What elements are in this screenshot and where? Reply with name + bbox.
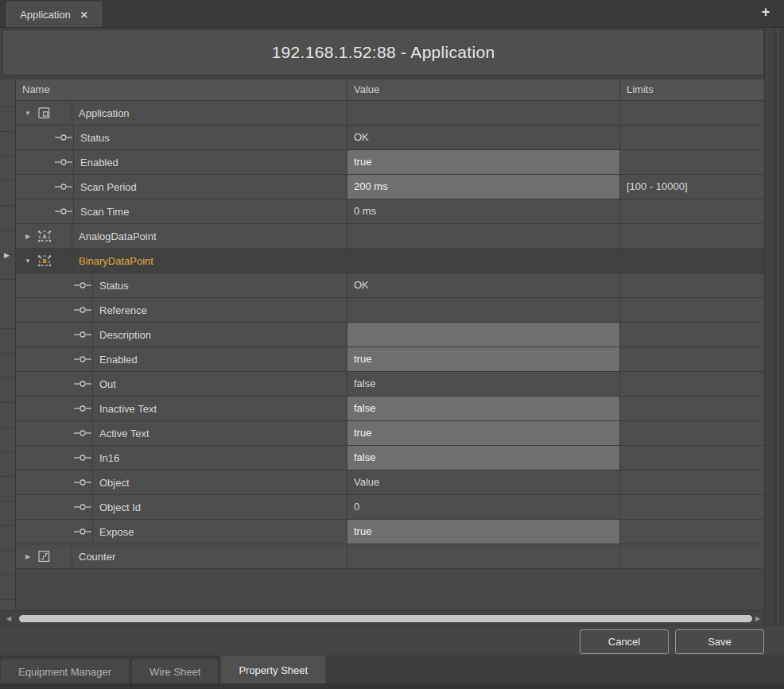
add-tab-icon[interactable]: + xyxy=(759,4,773,21)
property-icon xyxy=(73,502,92,512)
row-name: AnalogDataPoint xyxy=(72,224,347,248)
gutter-cell xyxy=(0,329,15,354)
gutter-cell xyxy=(0,354,15,378)
property-icon xyxy=(54,207,73,216)
row-value[interactable]: true xyxy=(347,421,619,445)
expander-icon[interactable]: ▼ xyxy=(22,110,33,117)
table-row[interactable]: Status OK xyxy=(16,273,764,298)
horizontal-scrollbar[interactable]: ◀ ▶ xyxy=(0,610,764,625)
table-row[interactable]: ▼ Application xyxy=(16,101,764,126)
expander-icon[interactable]: ▶ xyxy=(22,553,33,560)
close-icon[interactable]: ✕ xyxy=(80,10,88,20)
row-value xyxy=(347,249,619,273)
tree-indent xyxy=(16,175,54,199)
tree-indent xyxy=(16,273,73,297)
tab-application-label: Application xyxy=(20,9,71,21)
table-row[interactable]: Enabled true xyxy=(16,150,764,175)
row-value[interactable]: false xyxy=(347,397,619,420)
row-value[interactable]: true xyxy=(347,150,619,174)
tree-indent xyxy=(16,298,73,322)
counter-icon xyxy=(37,548,52,564)
expander-icon[interactable]: ▼ xyxy=(22,257,33,265)
row-name: Reference xyxy=(92,298,347,322)
row-name: Description xyxy=(92,323,347,346)
table-row[interactable]: Description xyxy=(16,323,764,347)
row-name: Out xyxy=(92,372,347,396)
row-value[interactable]: false xyxy=(347,446,619,470)
row-name: Scan Period xyxy=(73,175,347,199)
tree-indent xyxy=(16,544,22,568)
tree-indent xyxy=(16,199,54,223)
row-limits xyxy=(619,298,764,322)
hscroll-thumb[interactable] xyxy=(19,615,752,622)
column-header-value: Value xyxy=(347,79,619,100)
application-window: Application ✕ + 192.168.1.52:88 - Applic… xyxy=(0,0,784,689)
row-value[interactable]: 200 ms xyxy=(347,175,619,199)
table-row[interactable]: Reference xyxy=(16,298,764,323)
expander-icon[interactable]: ▶ xyxy=(22,233,33,240)
row-gutter xyxy=(0,79,16,610)
page-title: 192.168.1.52:88 - Application xyxy=(2,29,764,75)
save-button[interactable]: Save xyxy=(675,629,764,654)
row-value: 0 xyxy=(347,495,619,519)
tab-application[interactable]: Application ✕ xyxy=(6,2,102,27)
window-right-edge xyxy=(774,28,784,625)
row-value[interactable] xyxy=(347,323,619,346)
tree-indent xyxy=(16,495,73,519)
table-row[interactable]: Active Text true xyxy=(16,421,764,446)
tree-indent xyxy=(16,323,73,346)
row-value: OK xyxy=(347,126,619,149)
property-icon xyxy=(73,428,92,438)
row-name: Counter xyxy=(72,544,347,568)
property-icon xyxy=(73,404,92,413)
row-marker-icon: ▶ xyxy=(4,252,10,259)
table-row[interactable]: Out false xyxy=(16,372,764,397)
tree-indent xyxy=(16,470,73,494)
table-row[interactable]: Scan Period 200 ms [100 - 10000] xyxy=(16,175,764,199)
row-value xyxy=(347,544,619,568)
gutter-cell xyxy=(0,452,15,477)
tree-indent xyxy=(16,224,22,248)
gutter-cell xyxy=(0,551,15,575)
table-row[interactable]: ▶ Counter xyxy=(16,544,764,569)
tree-indent xyxy=(16,101,22,125)
application-icon xyxy=(37,105,52,121)
row-limits xyxy=(619,199,764,223)
table-row[interactable]: Object Id 0 xyxy=(16,495,764,520)
table-row[interactable]: Inactive Text false xyxy=(16,397,764,421)
property-icon xyxy=(73,379,92,389)
view-tab-bar: Equipment ManagerWire SheetProperty Shee… xyxy=(0,656,784,683)
table-row[interactable]: Object Value xyxy=(16,470,764,495)
gutter-cell xyxy=(0,477,15,501)
property-icon xyxy=(54,182,73,192)
view-tab-equipment-manager[interactable]: Equipment Manager xyxy=(0,659,130,683)
hscroll-right-icon[interactable]: ▶ xyxy=(755,615,760,622)
table-row[interactable]: Enabled true xyxy=(16,347,764,372)
row-name: Enabled xyxy=(92,347,347,371)
view-tab-wire-sheet[interactable]: Wire Sheet xyxy=(131,659,219,683)
table-row[interactable]: Expose true xyxy=(16,520,764,544)
row-name: Expose xyxy=(92,520,347,544)
row-name: Active Text xyxy=(92,421,347,445)
gutter-cell xyxy=(0,501,15,526)
row-limits xyxy=(619,470,764,494)
tree-indent xyxy=(16,520,73,544)
cancel-button[interactable]: Cancel xyxy=(580,629,669,654)
row-name: BinaryDataPoint xyxy=(72,249,347,273)
table-row[interactable]: ▶ A AnalogDataPoint xyxy=(16,224,764,249)
tree-indent xyxy=(16,150,54,174)
row-limits xyxy=(619,224,764,248)
vertical-scrollbar[interactable] xyxy=(764,28,774,625)
table-row[interactable]: In16 false xyxy=(16,446,764,470)
table-row[interactable]: Status OK xyxy=(16,126,764,150)
row-value[interactable]: true xyxy=(347,520,619,544)
view-tab-property-sheet[interactable]: Property Sheet xyxy=(220,656,326,683)
row-value[interactable]: true xyxy=(347,347,619,371)
table-row[interactable]: Scan Time 0 ms xyxy=(16,199,764,224)
svg-text:A: A xyxy=(42,234,46,239)
row-limits xyxy=(619,347,764,371)
hscroll-left-icon[interactable]: ◀ xyxy=(6,615,11,622)
table-row[interactable]: ▼ B BinaryDataPoint xyxy=(16,249,764,273)
tree-indent xyxy=(16,446,73,470)
property-icon xyxy=(73,478,92,487)
